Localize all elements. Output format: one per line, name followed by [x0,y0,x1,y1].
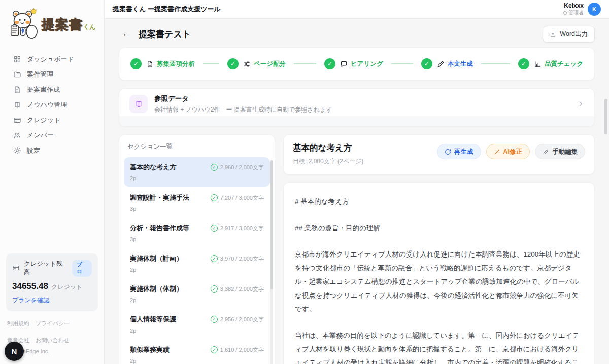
workflow-step[interactable]: ✓ ヒアリング [324,58,421,69]
footer-link[interactable]: お問い合わせ [36,335,70,346]
regenerate-button[interactable]: 再生成 [437,144,481,159]
sliders-icon [243,60,251,68]
sidebar: 提案書くん ダッシュボード 案件管理 提案書作成 ノウハウ管理 [0,0,105,364]
page-scrollbar-thumb[interactable] [604,99,607,134]
sidebar-item-projects[interactable]: 案件管理 [0,67,104,82]
section-list-scrollbar[interactable] [270,160,273,364]
editor-header-card: 基本的な考え方 目標: 2,000文字 (2ページ) 再生成 AI修正 手動編集 [283,134,595,175]
credit-card-icon [12,264,20,272]
document-icon [13,86,21,94]
editor-content-card: # 基本的な考え方 ## 業務の趣旨・目的の理解 京都市が海外クリエイティブ人材… [283,182,595,364]
step-label: ページ配分 [254,60,286,68]
word-export-button[interactable]: Word出力 [543,26,595,43]
chevron-right-icon [577,100,584,107]
dashboard-icon [13,55,21,63]
section-done-check-icon: ✓ [211,225,218,232]
book-open-icon [134,100,143,108]
user-block: Keixxx 管理者 K [563,2,601,16]
workflow-step[interactable]: ✓ 募集要項分析 [130,58,227,69]
credit-balance-label: クレジット残高 [24,260,68,277]
reference-data-card[interactable]: 参照データ 会社情報 + ノウハウ2件 ー 提案書生成時に自動で参照されます [119,88,595,127]
section-done-check-icon: ✓ [211,316,218,323]
logo-main-text: 提案書 [42,17,83,32]
floating-n-button[interactable]: N [5,342,24,361]
credit-card-icon [13,116,21,124]
reference-data-title: 参照データ [154,94,332,103]
step-connector [294,63,316,64]
step-check-icon: ✓ [421,58,432,69]
app-logo[interactable]: 提案書くん [0,0,104,49]
nav-item-label: ダッシュボード [27,55,74,64]
markdown-text-block: # 基本的な考え方 [295,195,583,208]
section-char-count: 1,610 / 2,000文字 [220,346,264,354]
sidebar-item-members[interactable]: メンバー [0,128,104,143]
section-page-count: 2p [130,175,264,181]
sidebar-item-knowhow[interactable]: ノウハウ管理 [0,97,104,113]
manual-edit-button[interactable]: 手動編集 [535,144,585,159]
document-icon [146,60,154,68]
editor-column: 基本的な考え方 目標: 2,000文字 (2ページ) 再生成 AI修正 手動編集 [283,134,595,364]
step-connector [391,63,413,64]
footer-links: 利用規約プライバシー運営会社お問い合わせ [7,318,97,346]
section-list: 基本的な考え方 ✓ 2,960 / 2,000文字 2p 調査設計・実施手法 [119,157,275,364]
section-list-item[interactable]: 実施体制（計画） ✓ 3,970 / 2,000文字 2p [124,248,270,278]
footer-link[interactable]: 利用規約 [7,318,29,329]
credit-balance-card: クレジット残高 プロ 34655.48 クレジット プランを確認 [6,253,98,311]
sidebar-item-dashboard[interactable]: ダッシュボード [0,52,104,67]
step-check-icon: ✓ [130,58,142,69]
step-connector [481,63,510,64]
main-content: ← 提案書テスト Word出力 ✓ 募集要項分析 ✓ ページ配分 [105,19,609,364]
logo-wordmark: 提案書くん [42,18,96,31]
workflow-step[interactable]: ✓ 本文生成 [421,58,518,69]
back-button[interactable]: ← [119,26,134,42]
markdown-text-block: 当社は、本業務の目的を以下のように認識しています。第一に、国内外におけるクリエイ… [295,329,583,364]
chart-icon [534,60,542,68]
section-list-item[interactable]: 個人情報等保護 ✓ 2,956 / 2,000文字 2p [124,309,270,339]
step-label: 募集要項分析 [157,60,195,68]
sidebar-item-proposal-create[interactable]: 提案書作成 [0,82,104,97]
nav-item-label: 提案書作成 [27,85,60,94]
nav-item-label: ノウハウ管理 [27,100,67,110]
step-check-icon: ✓ [324,58,335,69]
workflow-step[interactable]: ✓ ページ配分 [227,58,324,69]
step-check-icon: ✓ [227,58,239,69]
credit-amount: 34655.48 [12,281,48,292]
editor-section-title: 基本的な考え方 [293,142,363,154]
step-label: ヒアリング [351,60,383,68]
section-list-item[interactable]: 類似業務実績 ✓ 1,610 / 2,000文字 2p [124,340,270,364]
footer-link[interactable]: プライバシー [36,318,70,329]
section-done-check-icon: ✓ [211,194,218,201]
section-title: 個人情報等保護 [130,315,176,324]
user-role: 管理者 [563,10,584,16]
check-plan-link[interactable]: プランを確認 [12,296,92,305]
refresh-icon [445,149,451,155]
nav-item-label: 案件管理 [27,70,53,79]
section-title: 類似業務実績 [130,345,170,354]
workflow-step[interactable]: ✓ 品質チェック [518,58,583,69]
section-page-count: 2p [130,267,264,273]
step-label: 品質チェック [545,60,583,68]
section-title: 基本的な考え方 [130,163,177,172]
section-list-item[interactable]: 実施体制（体制） ✓ 3,382 / 2,000文字 2p [124,279,270,308]
step-label: 本文生成 [448,60,473,68]
section-list-title: セクション一覧 [119,142,275,157]
mascot-hamster-logo-icon [7,8,40,41]
section-page-count: 3p [130,206,264,212]
user-name: Keixxx [563,2,584,10]
markdown-text-block: ## 業務の趣旨・目的の理解 [295,221,583,235]
avatar[interactable]: K [588,3,601,16]
section-list-item[interactable]: 調査設計・実施手法 ✓ 7,207 / 3,000文字 3p [124,188,270,217]
section-list-item[interactable]: 分析・報告書作成等 ✓ 2,917 / 3,000文字 3p [124,218,270,247]
sidebar-item-settings[interactable]: 設定 [0,143,104,158]
ai-fix-button[interactable]: AI修正 [486,144,530,159]
role-icon [563,11,567,15]
nav-item-label: 設定 [27,146,40,155]
section-char-count: 2,917 / 3,000文字 [220,225,264,232]
sidebar-item-credit[interactable]: クレジット [0,113,104,128]
users-icon [13,131,21,139]
section-page-count: 3p [130,236,264,242]
section-title: 実施体制（計画） [130,254,183,263]
section-page-count: 2p [130,297,264,303]
section-list-item[interactable]: 基本的な考え方 ✓ 2,960 / 2,000文字 2p [124,157,270,187]
section-list-scrollbar-thumb[interactable] [270,160,273,289]
